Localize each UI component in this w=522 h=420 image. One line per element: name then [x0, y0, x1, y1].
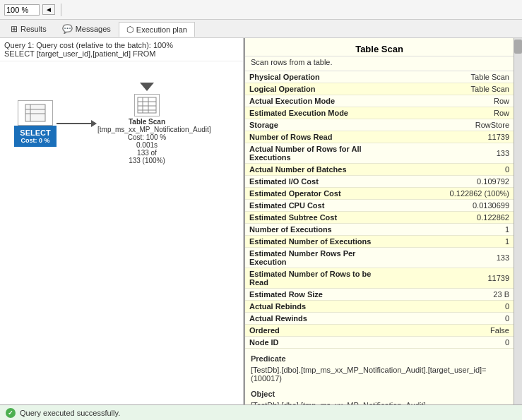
prop-value: 11739 [393, 268, 514, 289]
prop-value: 0 [393, 164, 514, 176]
query-info: Query 1: Query cost (relative to the bat… [0, 38, 243, 61]
prop-value: 0 [393, 301, 514, 313]
predicate-label: Predicate [251, 354, 286, 363]
prop-value: 1 [393, 224, 514, 236]
plan-nodes: SELECT Cost: 0 % [14, 83, 236, 164]
zoom-decrease-button[interactable]: ◄ [42, 4, 55, 15]
left-panel: Query 1: Query cost (relative to the bat… [0, 38, 244, 404]
prop-name: Logical Operation [245, 83, 393, 95]
prop-value: 1 [393, 236, 514, 248]
table-row: Number of Executions1 [245, 224, 514, 236]
table-row: Estimated Operator Cost0.122862 (100%) [245, 188, 514, 200]
table-row: Logical OperationTable Scan [245, 83, 514, 95]
table-row: Actual Number of Rows for All Executions… [245, 143, 514, 164]
message-icon: 💬 [62, 24, 73, 34]
prop-value: 0.122862 (100%) [393, 188, 514, 200]
select-node-icon [18, 100, 53, 126]
table-row: Node ID0 [245, 337, 514, 349]
predicate-section: Predicate [245, 349, 514, 364]
table-scan-tablename: [tmp_ms_xx_MP_Notification_Audit] [97, 126, 196, 133]
prop-name: Physical Operation [245, 71, 393, 83]
tab-results-label: Results [20, 25, 47, 33]
table-scan-cost-pct: Cost: 100 % [97, 133, 196, 141]
right-panel: Table Scan Scan rows from a table. Physi… [244, 38, 514, 404]
predicate-text: [TestDb].[dbo].[tmp_ms_xx_MP_Notificatio… [245, 364, 514, 384]
table-row: Physical OperationTable Scan [245, 71, 514, 83]
select-node[interactable]: SELECT Cost: 0 % [14, 100, 57, 147]
zoom-input[interactable] [4, 4, 40, 16]
prop-name: Actual Number of Rows for All Executions [245, 143, 393, 164]
svg-rect-4 [138, 97, 156, 113]
tab-execution-plan[interactable]: ⬡ Execution plan [119, 22, 195, 37]
prop-value: Table Scan [393, 83, 514, 95]
table-scan-icon [134, 94, 160, 116]
prop-value: Row [393, 95, 514, 107]
table-row: Actual Rewinds0 [245, 313, 514, 325]
properties-data-table: Physical OperationTable ScanLogical Oper… [245, 71, 514, 349]
table-row: Actual Number of Batches0 [245, 164, 514, 176]
svg-rect-0 [25, 104, 45, 121]
prop-value: RowStore [393, 119, 514, 131]
select-cost-text: Cost: 0 % [20, 137, 49, 144]
prop-value: 0 [393, 337, 514, 349]
table-scan-rows: 133 of [97, 149, 196, 157]
table-row: Number of Rows Read11739 [245, 131, 514, 143]
prop-value: 133 [393, 248, 514, 268]
prop-name: Estimated Subtree Cost [245, 212, 393, 224]
table-scan-cost-val: 0.001s [97, 141, 196, 149]
tab-results[interactable]: ⊞ Results [3, 21, 54, 36]
table-row: OrderedFalse [245, 325, 514, 337]
prop-value: 23 B [393, 289, 514, 301]
tab-messages-label: Messages [76, 25, 111, 33]
prop-name: Estimated Execution Mode [245, 107, 393, 119]
table-row: StorageRowStore [245, 119, 514, 131]
prop-name: Estimated Operator Cost [245, 188, 393, 200]
properties-table[interactable]: Physical OperationTable ScanLogical Oper… [245, 71, 514, 404]
prop-value: 0.0130699 [393, 200, 514, 212]
object-label: Object [251, 390, 275, 398]
prop-name: Storage [245, 119, 393, 131]
table-scan-desc: Table Scan [tmp_ms_xx_MP_Notification_Au… [97, 118, 196, 164]
prop-name: Actual Number of Batches [245, 164, 393, 176]
prop-name: Estimated Number of Executions [245, 236, 393, 248]
right-panel-title: Table Scan [245, 38, 514, 56]
prop-name: Estimated Row Size [245, 289, 393, 301]
toolbar-separator [61, 4, 61, 16]
prop-name: Actual Rewinds [245, 313, 393, 325]
toolbar: ◄ [0, 0, 522, 20]
table-row: Estimated I/O Cost0.109792 [245, 176, 514, 188]
status-success-icon [6, 408, 16, 418]
table-row: Estimated CPU Cost0.0130699 [245, 200, 514, 212]
object-section: Object [245, 384, 514, 400]
object-text: [TestDb].[dbo].[tmp_ms_xx_MP_Notificatio… [245, 400, 514, 404]
content-area: Query 1: Query cost (relative to the bat… [0, 38, 522, 404]
prop-value: 133 [393, 143, 514, 164]
table-row: Estimated Execution ModeRow [245, 107, 514, 119]
prop-name: Estimated CPU Cost [245, 200, 393, 212]
table-row: Estimated Row Size23 B [245, 289, 514, 301]
query-info-text: Query 1: Query cost (relative to the bat… [4, 41, 239, 49]
prop-name: Estimated I/O Cost [245, 176, 393, 188]
table-row: Estimated Number of Rows to be Read11739 [245, 268, 514, 289]
query-sql-text: SELECT [target_user_id],[patient_id] FRO… [4, 49, 239, 58]
prop-name: Actual Rebinds [245, 301, 393, 313]
table-row: Actual Rebinds0 [245, 301, 514, 313]
connector [57, 123, 92, 124]
right-scrollbar[interactable] [514, 38, 522, 404]
prop-value: 0.122862 [393, 212, 514, 224]
prop-name: Number of Rows Read [245, 131, 393, 143]
status-bar: Query executed successfully. [0, 404, 522, 420]
prop-name: Ordered [245, 325, 393, 337]
prop-value: False [393, 325, 514, 337]
plan-icon: ⬡ [126, 25, 134, 35]
tab-messages[interactable]: 💬 Messages [54, 21, 119, 36]
prop-value: Row [393, 107, 514, 119]
select-label-text: SELECT [20, 128, 50, 137]
table-scan-node[interactable]: Table Scan [tmp_ms_xx_MP_Notification_Au… [97, 83, 196, 164]
prop-name: Number of Executions [245, 224, 393, 236]
table-row: Estimated Number Rows Per Execution133 [245, 248, 514, 268]
table-row: Estimated Number of Executions1 [245, 236, 514, 248]
prop-value: 0 [393, 313, 514, 325]
execution-plan-area[interactable]: SELECT Cost: 0 % [0, 61, 243, 404]
download-arrow-icon [140, 83, 154, 91]
